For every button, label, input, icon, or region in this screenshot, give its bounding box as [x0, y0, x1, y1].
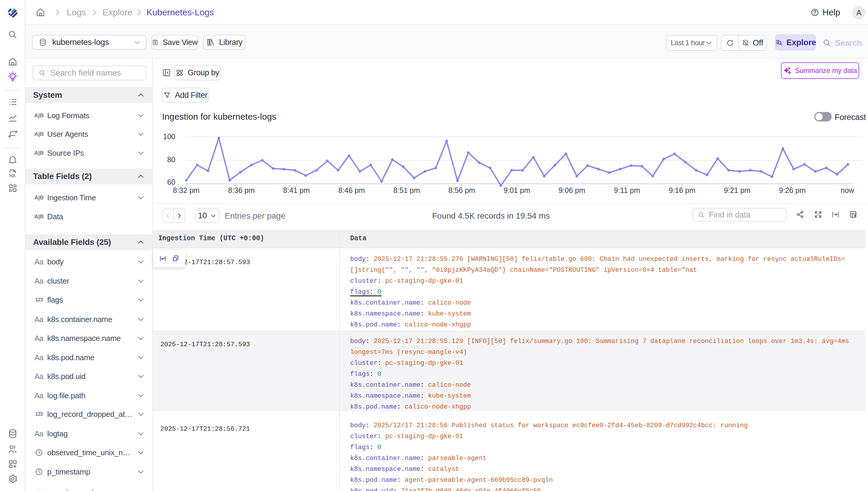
svg-text:60: 60 — [167, 178, 175, 186]
svg-text:now: now — [841, 186, 855, 194]
svg-text:8:41 pm: 8:41 pm — [283, 186, 310, 194]
svg-text:SQL: SQL — [9, 173, 16, 178]
svg-text:9:01 pm: 9:01 pm — [503, 186, 530, 194]
svg-text:9:11 pm: 9:11 pm — [614, 186, 640, 194]
svg-text:8:56 pm: 8:56 pm — [448, 186, 475, 194]
svg-text:9:21 pm: 9:21 pm — [724, 186, 750, 194]
svg-text:8:36 pm: 8:36 pm — [228, 186, 254, 194]
svg-text:9:26 pm: 9:26 pm — [779, 186, 805, 194]
svg-text:80: 80 — [167, 155, 175, 164]
svg-text:100: 100 — [163, 132, 175, 141]
svg-text:8:46 pm: 8:46 pm — [338, 186, 365, 194]
svg-text:8:32 pm: 8:32 pm — [173, 186, 199, 194]
svg-text:9:06 pm: 9:06 pm — [559, 186, 585, 194]
svg-text:9:16 pm: 9:16 pm — [669, 186, 695, 194]
svg-text:8:51 pm: 8:51 pm — [393, 186, 420, 194]
